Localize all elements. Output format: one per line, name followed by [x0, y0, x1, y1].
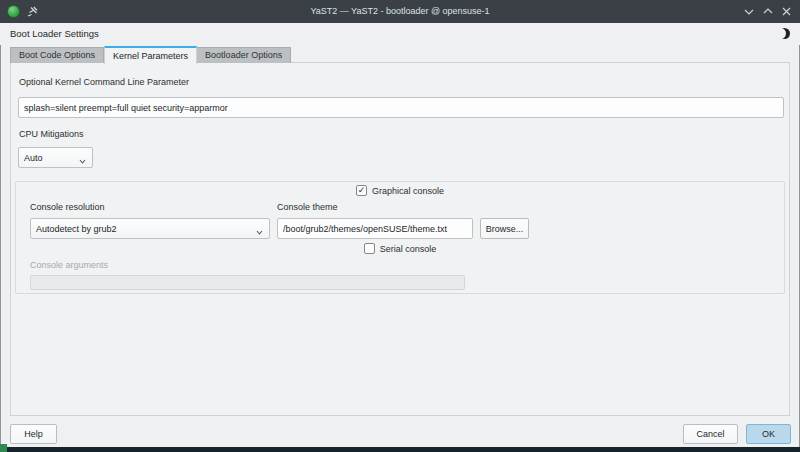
chevron-down-icon [256, 227, 263, 237]
close-icon[interactable] [781, 6, 792, 17]
window-controls [743, 0, 792, 23]
console-theme-input[interactable] [277, 218, 473, 239]
serial-console-label: Serial console [380, 244, 437, 254]
yast2-bootloader-window: YaST2 — YaST2 - bootloader @ opensuse-1 … [0, 0, 800, 452]
kernel-cmdline-input[interactable] [18, 97, 784, 118]
titlebar: YaST2 — YaST2 - bootloader @ opensuse-1 [0, 0, 800, 23]
cpu-mitigations-select[interactable]: Auto [18, 147, 93, 168]
graphical-console-row[interactable]: ✓ Graphical console [16, 185, 784, 196]
help-button[interactable]: Help [10, 424, 57, 444]
console-resolution-select[interactable]: Autodetect by grub2 [30, 218, 270, 239]
kernel-parameters-panel: Optional Kernel Command Line Parameter C… [10, 62, 790, 416]
ok-button[interactable]: OK [746, 424, 791, 444]
console-theme-label: Console theme [277, 202, 338, 212]
kernel-cmdline-label: Optional Kernel Command Line Parameter [19, 77, 189, 87]
tab-bootloader-options[interactable]: Bootloader Options [197, 47, 291, 63]
graphical-console-label: Graphical console [372, 186, 444, 196]
minimize-icon[interactable] [743, 6, 754, 17]
page-title: Boot Loader Settings [10, 23, 99, 45]
cancel-button[interactable]: Cancel [683, 424, 738, 444]
console-arguments-label: Console arguments [30, 260, 108, 270]
console-resolution-value: Autodetect by grub2 [36, 224, 117, 234]
desktop-corner [0, 444, 7, 452]
window-title: YaST2 — YaST2 - bootloader @ opensuse-1 [0, 0, 800, 23]
browse-button[interactable]: Browse... [480, 218, 529, 239]
console-resolution-label: Console resolution [30, 202, 105, 212]
serial-console-row[interactable]: Serial console [16, 243, 784, 254]
cpu-mitigations-label: CPU Mitigations [19, 129, 84, 139]
tab-boot-code-options[interactable]: Boot Code Options [10, 47, 104, 63]
tabbar: Boot Code Options Kernel Parameters Boot… [10, 45, 291, 63]
maximize-icon[interactable] [762, 6, 773, 17]
chevron-down-icon [79, 156, 86, 166]
tab-kernel-parameters[interactable]: Kernel Parameters [104, 46, 197, 64]
cpu-mitigations-value: Auto [24, 153, 43, 163]
serial-console-checkbox[interactable] [364, 243, 375, 254]
graphical-console-checkbox[interactable]: ✓ [356, 185, 367, 196]
console-arguments-input [30, 275, 465, 290]
header-row: Boot Loader Settings [0, 23, 800, 45]
checkmark-icon: ✓ [358, 185, 366, 196]
console-groupbox: ✓ Graphical console Console resolution A… [15, 181, 785, 294]
dark-mode-moon-icon[interactable] [778, 27, 791, 40]
window-bottom-edge [0, 447, 800, 452]
